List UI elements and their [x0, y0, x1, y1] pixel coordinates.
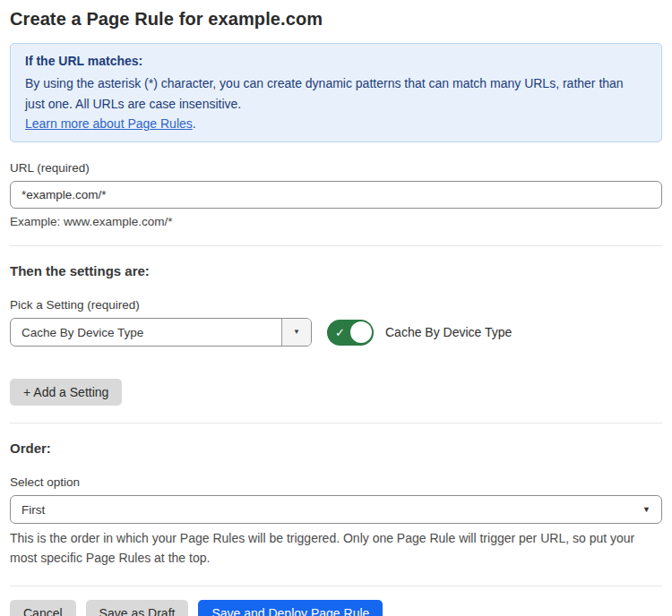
- info-box-body: By using the asterisk (*) character, you…: [25, 73, 634, 114]
- learn-more-link[interactable]: Learn more about Page Rules: [25, 116, 193, 131]
- info-box-heading: If the URL matches:: [25, 54, 647, 68]
- save-draft-button[interactable]: Save as Draft: [86, 600, 189, 616]
- link-suffix: .: [193, 116, 196, 131]
- setting-select-caret-button[interactable]: ▼: [281, 319, 311, 346]
- chevron-down-icon: ▼: [293, 329, 300, 336]
- select-option-label: Select option: [10, 475, 662, 489]
- order-select-value: First: [11, 503, 632, 517]
- setting-select[interactable]: Cache By Device Type ▼: [10, 318, 312, 346]
- url-match-info-box: If the URL matches: By using the asteris…: [10, 43, 662, 142]
- divider: [10, 423, 662, 424]
- toggle-knob: [350, 321, 372, 343]
- setting-row: Cache By Device Type ▼ ✓ Cache By Device…: [10, 318, 662, 346]
- divider: [10, 245, 662, 246]
- order-select[interactable]: First ▼: [10, 495, 662, 524]
- page-rule-form: Create a Page Rule for example.com If th…: [0, 0, 672, 616]
- divider: [10, 586, 662, 586]
- toggle-label: Cache By Device Type: [385, 325, 512, 339]
- order-helper-text: This is the order in which your Page Rul…: [10, 529, 659, 568]
- cancel-button[interactable]: Cancel: [10, 600, 76, 616]
- footer-actions: Cancel Save as Draft Save and Deploy Pag…: [10, 600, 662, 616]
- chevron-down-icon: ▼: [632, 505, 661, 514]
- check-icon: ✓: [335, 326, 345, 339]
- settings-section-heading: Then the settings are:: [10, 263, 662, 278]
- info-box-link-line: Learn more about Page Rules.: [25, 116, 647, 131]
- url-helper-text: Example: www.example.com/*: [10, 215, 662, 228]
- order-section-heading: Order:: [10, 441, 662, 456]
- setting-select-value: Cache By Device Type: [11, 326, 281, 339]
- save-deploy-button[interactable]: Save and Deploy Page Rule: [198, 600, 383, 616]
- setting-toggle[interactable]: ✓: [327, 320, 374, 346]
- page-title: Create a Page Rule for example.com: [10, 9, 662, 30]
- add-setting-button[interactable]: + Add a Setting: [10, 379, 122, 406]
- url-label: URL (required): [10, 161, 662, 175]
- pick-setting-label: Pick a Setting (required): [10, 298, 662, 312]
- url-input[interactable]: [10, 181, 662, 209]
